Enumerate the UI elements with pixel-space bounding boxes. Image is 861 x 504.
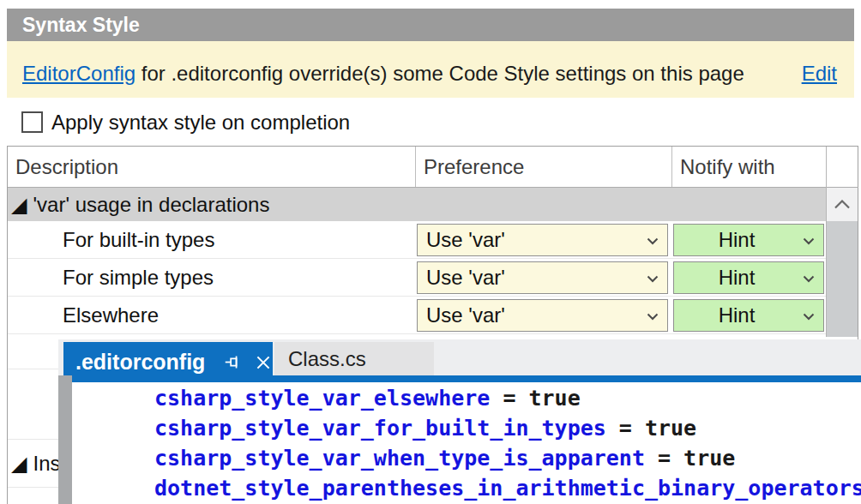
chevron-down-icon <box>647 237 659 245</box>
tab-label: .editorconfig <box>75 350 205 375</box>
column-divider <box>415 147 416 187</box>
notify-value: Hint <box>674 303 799 327</box>
chevron-up-icon <box>834 200 851 209</box>
code-line: dotnet_style_parentheses_in_arithmetic_b… <box>154 473 861 503</box>
editorconfig-banner: EditorConfig for .editorconfig override(… <box>7 41 854 98</box>
editor-gutter <box>58 375 72 504</box>
row-divider <box>8 369 58 369</box>
chevron-down-icon <box>647 275 659 283</box>
row-description[interactable]: For simple types <box>63 259 406 297</box>
apply-syntax-style-checkbox[interactable] <box>21 111 43 133</box>
tab-class-cs[interactable]: Class.cs <box>274 342 434 375</box>
code-editor[interactable]: csharp_style_var_elsewhere = true csharp… <box>72 382 861 504</box>
row-description[interactable]: For built-in types <box>63 221 406 259</box>
scrollbar-track[interactable] <box>827 221 858 337</box>
notify-dropdown[interactable]: Hint <box>673 261 824 294</box>
row-divider <box>8 487 58 488</box>
active-tab-underline <box>72 375 861 382</box>
row-description[interactable]: Elsewhere <box>63 297 406 334</box>
group-row-partial[interactable]: ◢ Ins <box>8 440 58 487</box>
code-line: csharp_style_var_when_type_is_apparent =… <box>154 443 735 473</box>
banner-text: for .editorconfig override(s) some Code … <box>135 62 744 85</box>
edit-link[interactable]: Edit <box>802 62 837 86</box>
code-line: csharp_style_var_elsewhere = true <box>154 383 581 413</box>
notify-dropdown[interactable]: Hint <box>673 224 824 256</box>
preference-value: Use 'var' <box>426 303 643 327</box>
pin-icon[interactable] <box>224 353 242 371</box>
notify-dropdown[interactable]: Hint <box>673 299 824 332</box>
table-border-right <box>858 146 858 339</box>
group-label: 'var' usage in declarations <box>33 193 269 217</box>
chevron-down-icon <box>803 237 815 245</box>
chevron-down-icon <box>803 275 815 283</box>
group-expander-icon[interactable]: ◢ <box>11 195 27 215</box>
close-icon[interactable] <box>256 355 271 370</box>
group-label: Ins <box>33 452 58 476</box>
column-header-preference[interactable]: Preference <box>424 147 524 187</box>
row-divider <box>8 333 826 334</box>
column-header-notify-with[interactable]: Notify with <box>680 147 775 187</box>
editorconfig-link[interactable]: EditorConfig <box>22 62 135 85</box>
chevron-down-icon <box>647 313 659 321</box>
preference-dropdown[interactable]: Use 'var' <box>417 261 668 294</box>
tab-label: Class.cs <box>288 347 366 371</box>
column-header-description[interactable]: Description <box>15 147 118 187</box>
chevron-down-icon <box>803 313 815 321</box>
notify-value: Hint <box>674 266 799 290</box>
scrollbar-up-button[interactable] <box>827 188 858 221</box>
preference-dropdown[interactable]: Use 'var' <box>417 299 668 332</box>
apply-syntax-style-label: Apply syntax style on completion <box>51 111 350 135</box>
page-title: Syntax Style <box>7 9 854 41</box>
column-divider <box>671 147 672 187</box>
banner-message: EditorConfig for .editorconfig override(… <box>22 62 744 86</box>
code-line: csharp_style_var_for_built_in_types = tr… <box>154 413 696 443</box>
notify-value: Hint <box>674 228 799 252</box>
preference-value: Use 'var' <box>426 266 643 290</box>
group-row-var-usage[interactable]: ◢ 'var' usage in declarations <box>8 188 826 221</box>
group-expander-icon[interactable]: ◢ <box>11 453 27 474</box>
syntax-style-page: Syntax Style EditorConfig for .editorcon… <box>0 0 861 504</box>
preference-dropdown[interactable]: Use 'var' <box>417 224 668 256</box>
preference-value: Use 'var' <box>426 228 643 252</box>
